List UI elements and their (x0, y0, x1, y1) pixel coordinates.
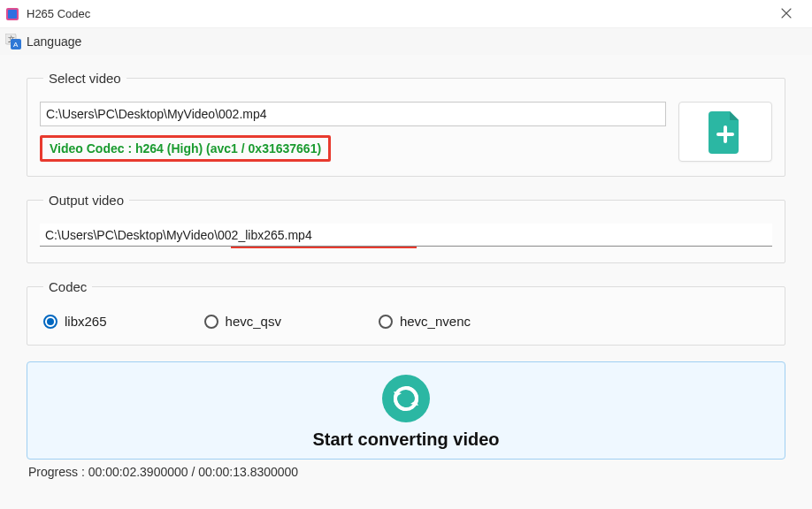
svg-text:A: A (13, 41, 19, 49)
codec-info-label: Video Codec : h264 (High) (avc1 / 0x3163… (50, 141, 321, 156)
codec-option-hevc-nvenc[interactable]: hevc_nvenc (379, 314, 471, 329)
app-icon (5, 7, 19, 21)
radio-icon (204, 315, 218, 329)
menubar: 文 A Language (0, 28, 812, 55)
progress-text: Progress : 00:00:02.3900000 / 00:00:13.8… (27, 465, 785, 479)
select-video-group: Select video Video Codec : h264 (High) (… (27, 71, 785, 177)
refresh-circle-icon (382, 375, 430, 422)
add-file-button[interactable] (678, 102, 772, 162)
output-video-group: Output video (27, 193, 785, 263)
codec-option-label: hevc_qsv (226, 314, 281, 329)
radio-icon (379, 315, 393, 329)
select-video-input[interactable] (40, 102, 666, 126)
output-video-legend: Output video (43, 193, 129, 208)
codec-option-libx265[interactable]: libx265 (43, 314, 107, 329)
window-titlebar: H265 Codec (0, 0, 812, 28)
language-menu[interactable]: Language (27, 34, 81, 49)
codec-option-label: hevc_nvenc (400, 314, 471, 329)
output-video-input[interactable] (40, 224, 772, 247)
start-convert-label: Start converting video (36, 429, 776, 450)
codec-option-label: libx265 (65, 314, 107, 329)
window-title: H265 Codec (27, 7, 766, 20)
close-button[interactable] (766, 0, 807, 28)
close-icon (781, 7, 792, 21)
codec-option-hevc-qsv[interactable]: hevc_qsv (204, 314, 281, 329)
select-video-legend: Select video (43, 71, 126, 86)
codec-info-highlight: Video Codec : h264 (High) (avc1 / 0x3163… (40, 135, 331, 162)
translate-icon: 文 A (5, 34, 21, 49)
codec-legend: Codec (43, 279, 92, 294)
content-area: Select video Video Codec : h264 (High) (… (0, 55, 812, 509)
start-convert-button[interactable]: Start converting video (27, 361, 785, 460)
codec-group: Codec libx265 hevc_qsv hevc_nvenc (27, 279, 785, 346)
svg-rect-1 (8, 10, 17, 19)
file-plus-icon (707, 110, 744, 154)
radio-icon (43, 315, 57, 329)
